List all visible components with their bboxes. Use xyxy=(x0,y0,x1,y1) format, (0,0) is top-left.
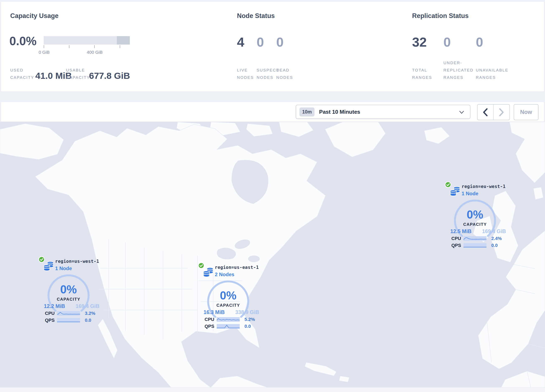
time-step-controls xyxy=(477,104,510,120)
cpu-value: 3.2% xyxy=(85,311,95,316)
time-step-forward-button[interactable] xyxy=(494,105,510,120)
now-button[interactable]: Now xyxy=(514,104,539,120)
gauge-percent: 0% xyxy=(46,283,92,296)
chevron-right-icon xyxy=(499,108,504,117)
capacity-tick xyxy=(94,45,95,48)
region-used-capacity: 16.3 MiB xyxy=(204,309,225,315)
gauge-capacity-label: CAPACITY xyxy=(452,222,498,227)
cpu-sparkline xyxy=(57,311,80,316)
capacity-tick xyxy=(44,45,44,48)
total-ranges-label: TOTAL RANGES xyxy=(412,67,437,81)
world-map-svg xyxy=(0,122,545,387)
replication-status-title: Replication Status xyxy=(412,12,469,20)
qps-sparkline xyxy=(57,318,80,323)
qps-value: 0.0 xyxy=(85,317,91,323)
dead-nodes-label: DEAD NODES xyxy=(276,67,296,81)
cpu-sparkline xyxy=(217,317,240,322)
live-nodes-count: 4 xyxy=(237,36,244,49)
capacity-tick xyxy=(120,45,120,48)
time-step-back-button[interactable] xyxy=(477,105,494,120)
qps-sparkline xyxy=(217,324,240,329)
time-range-dropdown[interactable]: 10m Past 10 Minutes xyxy=(296,105,471,119)
region-marker-us-west-1[interactable]: region=us-west-1 1 Node 0% CAPACITY 12.2… xyxy=(38,256,107,326)
region-node-count: 1 Node xyxy=(55,266,72,271)
region-marker-us-east-1[interactable]: region=us-east-1 2 Nodes 0% CAPACITY 16.… xyxy=(198,262,267,332)
gauge-capacity-label: CAPACITY xyxy=(205,303,251,308)
database-stack-icon xyxy=(203,267,214,277)
qps-sparkline xyxy=(464,243,487,248)
region-name: region=eu-west-1 xyxy=(462,184,506,189)
qps-label: QPS xyxy=(204,324,217,329)
region-used-capacity: 12.2 MiB xyxy=(44,303,65,309)
capacity-tick xyxy=(69,45,69,48)
region-name: region=us-west-1 xyxy=(55,259,99,264)
dead-nodes-count: 0 xyxy=(276,36,284,49)
cpu-label: CPU xyxy=(204,317,217,322)
region-node-count: 2 Nodes xyxy=(215,272,234,277)
capacity-bar-nonusable-segment xyxy=(117,36,130,44)
world-map[interactable] xyxy=(0,122,545,387)
gauge-capacity-label: CAPACITY xyxy=(46,297,92,302)
time-range-label: Past 10 Minutes xyxy=(319,109,360,115)
region-node-count: 1 Node xyxy=(462,191,478,197)
gauge-percent: 0% xyxy=(452,208,498,221)
capacity-usage-title: Capacity Usage xyxy=(10,12,58,20)
capacity-tick-label-400: 400 GiB xyxy=(87,50,103,55)
database-stack-icon xyxy=(450,186,461,197)
suspect-nodes-label: SUSPECT NODES xyxy=(257,67,276,81)
region-total-capacity: 338.9 GiB xyxy=(235,309,259,315)
qps-label: QPS xyxy=(45,317,57,323)
capacity-percent: 0.0% xyxy=(9,35,37,47)
time-range-badge: 10m xyxy=(299,107,315,117)
region-total-capacity: 169.4 GiB xyxy=(482,228,506,234)
unavailable-ranges-count: 0 xyxy=(476,36,483,49)
under-replicated-ranges-count: 0 xyxy=(443,36,451,49)
region-used-capacity: 12.5 MiB xyxy=(450,228,471,234)
cpu-value: 5.2% xyxy=(244,317,255,322)
under-replicated-ranges-label: UNDER-REPLICATED RANGES xyxy=(443,59,473,81)
region-name: region=us-east-1 xyxy=(215,265,259,270)
chevron-down-icon xyxy=(459,111,464,114)
cpu-value: 2.4% xyxy=(491,236,502,241)
gauge-percent: 0% xyxy=(205,289,251,302)
cpu-label: CPU xyxy=(45,311,57,316)
database-stack-icon xyxy=(43,261,54,271)
live-nodes-label: LIVE NODES xyxy=(237,67,256,81)
cpu-label: CPU xyxy=(451,236,464,241)
page-bottom-strip xyxy=(0,387,545,392)
node-map-page: Capacity Usage 0.0% 0 GiB 400 GiB USED C… xyxy=(0,0,545,392)
usable-capacity-value: 677.8 GiB xyxy=(89,71,130,81)
capacity-bar xyxy=(44,36,130,44)
node-status-title: Node Status xyxy=(237,12,275,20)
region-marker-eu-west-1[interactable]: region=eu-west-1 1 Node 0% CAPACITY 12.5… xyxy=(445,181,514,251)
cpu-sparkline xyxy=(464,236,487,241)
total-ranges-count: 32 xyxy=(412,36,427,49)
qps-label: QPS xyxy=(451,243,464,248)
used-capacity-label: USED CAPACITY xyxy=(10,67,37,81)
cluster-summary-panel: Capacity Usage 0.0% 0 GiB 400 GiB USED C… xyxy=(1,2,544,92)
suspect-nodes-count: 0 xyxy=(257,36,264,49)
now-button-label: Now xyxy=(520,109,532,115)
unavailable-ranges-label: UNAVAILABLE RANGES xyxy=(476,67,507,81)
chevron-left-icon xyxy=(483,108,488,117)
qps-value: 0.0 xyxy=(244,324,251,329)
capacity-tick-label-0: 0 GiB xyxy=(39,50,50,55)
region-total-capacity: 169.4 GiB xyxy=(76,303,99,309)
qps-value: 0.0 xyxy=(491,243,498,248)
